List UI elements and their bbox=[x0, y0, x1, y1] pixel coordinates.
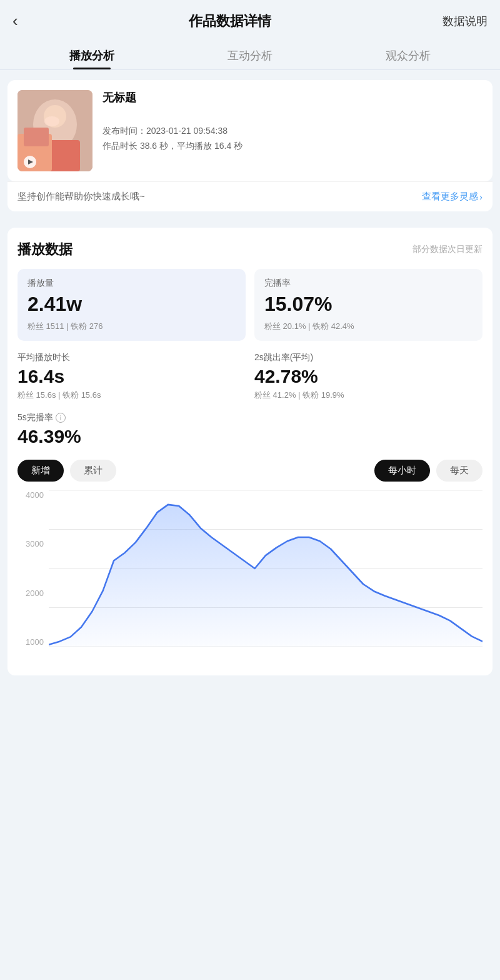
stat-completion-rate: 完播率 15.07% 粉丝 20.1% | 铁粉 42.4% bbox=[254, 269, 482, 341]
bounce-rate-sub: 粉丝 41.2% | 铁粉 19.9% bbox=[254, 390, 482, 401]
svg-rect-5 bbox=[24, 128, 49, 146]
completion-rate-value: 15.07% bbox=[264, 293, 472, 316]
section-header: 播放数据 部分数据次日更新 bbox=[18, 240, 482, 259]
stat-play-count: 播放量 2.41w 粉丝 1511 | 铁粉 276 bbox=[18, 269, 246, 341]
tab-interact-analysis[interactable]: 互动分析 bbox=[171, 39, 329, 69]
chart-yaxis: 4000 3000 2000 1000 bbox=[18, 490, 49, 647]
ylabel-4000: 4000 bbox=[26, 490, 44, 500]
completion-rate-label: 完播率 bbox=[264, 278, 472, 289]
avg-play-time-label: 平均播放时长 bbox=[18, 352, 246, 363]
divider-1 bbox=[0, 211, 500, 218]
data-explanation-button[interactable]: 数据说明 bbox=[442, 14, 488, 29]
bounce-rate-label: 2s跳出率(平均) bbox=[254, 352, 482, 363]
play-count-value: 2.41w bbox=[28, 293, 236, 316]
five-sec-label: 5s完播率 i bbox=[18, 412, 482, 423]
tab-audience-analysis[interactable]: 观众分析 bbox=[329, 39, 488, 69]
filter-new-btn[interactable]: 新增 bbox=[18, 460, 64, 482]
stat-five-sec: 5s完播率 i 46.39% bbox=[18, 412, 482, 447]
filter-group-right: 每小时 每天 bbox=[374, 460, 482, 482]
play-count-label: 播放量 bbox=[28, 278, 236, 289]
video-card: 无标题 发布时间：2023-01-21 09:54:38 作品时长 38.6 秒… bbox=[8, 80, 492, 181]
tip-link[interactable]: 查看更多灵感 › bbox=[422, 191, 482, 203]
avg-play-time-value: 16.4s bbox=[18, 366, 246, 387]
filter-group-left: 新增 累计 bbox=[18, 460, 116, 482]
tab-play-analysis[interactable]: 播放分析 bbox=[12, 39, 171, 69]
ylabel-1000: 1000 bbox=[26, 637, 44, 647]
filter-row: 新增 累计 每小时 每天 bbox=[18, 460, 482, 482]
tip-bar: 坚持创作能帮助你快速成长哦~ 查看更多灵感 › bbox=[8, 181, 492, 211]
play-data-section: 播放数据 部分数据次日更新 播放量 2.41w 粉丝 1511 | 铁粉 276… bbox=[8, 228, 492, 675]
chart-svg-container bbox=[49, 490, 482, 647]
bounce-rate-value: 42.78% bbox=[254, 366, 482, 387]
play-count-sub: 粉丝 1511 | 铁粉 276 bbox=[28, 321, 236, 332]
info-icon[interactable]: i bbox=[56, 413, 66, 423]
ylabel-2000: 2000 bbox=[26, 589, 44, 598]
stat-bounce-rate: 2s跳出率(平均) 42.78% 粉丝 41.2% | 铁粉 19.9% bbox=[254, 350, 482, 403]
filter-cumulative-btn[interactable]: 累计 bbox=[70, 460, 116, 482]
ylabel-3000: 3000 bbox=[26, 539, 44, 548]
tip-text: 坚持创作能帮助你快速成长哦~ bbox=[18, 191, 145, 203]
section-title: 播放数据 bbox=[18, 240, 72, 259]
stats-top-grid: 播放量 2.41w 粉丝 1511 | 铁粉 276 完播率 15.07% 粉丝… bbox=[18, 269, 482, 341]
completion-rate-sub: 粉丝 20.1% | 铁粉 42.4% bbox=[264, 321, 472, 332]
video-info: 无标题 发布时间：2023-01-21 09:54:38 作品时长 38.6 秒… bbox=[102, 90, 482, 154]
filter-hourly-btn[interactable]: 每小时 bbox=[374, 460, 430, 482]
back-button[interactable]: ‹ bbox=[12, 11, 18, 31]
filter-daily-btn[interactable]: 每天 bbox=[436, 460, 482, 482]
video-thumbnail[interactable] bbox=[18, 90, 92, 171]
stat-avg-play-time: 平均播放时长 16.4s 粉丝 15.6s | 铁粉 15.6s bbox=[18, 350, 246, 403]
section-note: 部分数据次日更新 bbox=[412, 244, 482, 255]
svg-point-6 bbox=[44, 116, 59, 126]
page-title: 作品数据详情 bbox=[189, 12, 271, 31]
video-title: 无标题 bbox=[102, 90, 482, 105]
stats-mid-row: 平均播放时长 16.4s 粉丝 15.6s | 铁粉 15.6s 2s跳出率(平… bbox=[18, 350, 482, 403]
header: ‹ 作品数据详情 数据说明 bbox=[0, 0, 500, 39]
video-meta: 发布时间：2023-01-21 09:54:38 作品时长 38.6 秒，平均播… bbox=[102, 124, 482, 154]
avg-play-time-sub: 粉丝 15.6s | 铁粉 15.6s bbox=[18, 390, 246, 401]
chart-area: 4000 3000 2000 1000 bbox=[18, 490, 482, 665]
tabs-bar: 播放分析 互动分析 观众分析 bbox=[0, 39, 500, 70]
five-sec-value: 46.39% bbox=[18, 426, 482, 447]
